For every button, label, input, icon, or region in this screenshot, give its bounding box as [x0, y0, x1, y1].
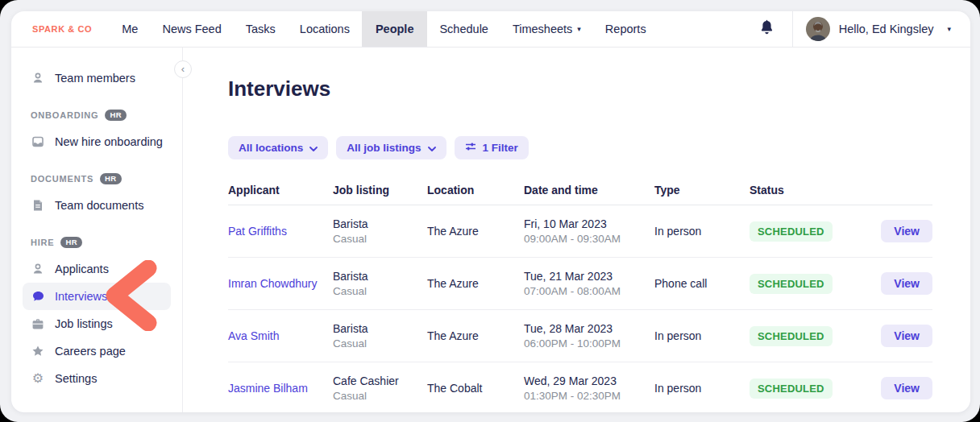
greeting-label: Hello, Ed Kingsley	[839, 23, 934, 35]
user-menu[interactable]: Hello, Ed Kingsley ▾	[793, 11, 970, 47]
view-button[interactable]: View	[881, 220, 932, 242]
applicant-link[interactable]: Ava Smith	[228, 329, 333, 342]
status-cell: SCHEDULED	[750, 221, 878, 242]
location-cell: The Azure	[427, 329, 524, 342]
applicant-link[interactable]: Jasmine Bilham	[228, 382, 333, 395]
sidebar-item-interviews[interactable]: Interviews	[23, 283, 171, 310]
nav-item-news-feed[interactable]: News Feed	[150, 11, 233, 47]
sidebar: ‹ Team members ONBOARDING HR New hire on…	[11, 48, 183, 412]
sidebar-item-applicants[interactable]: Applicants	[23, 255, 171, 283]
view-button[interactable]: View	[881, 377, 932, 399]
sidebar-item-label: Team members	[55, 72, 135, 85]
sidebar-item-label: Interviews	[55, 290, 107, 303]
table-row: Imran Chowdhury BaristaCasual The Azure …	[228, 258, 932, 310]
sidebar-item-label: Careers page	[55, 345, 126, 358]
type-cell: In person	[654, 329, 750, 342]
filter-count-button[interactable]: 1 Filter	[455, 136, 529, 159]
view-button[interactable]: View	[881, 272, 932, 295]
inbox-icon	[31, 135, 45, 148]
column-header-applicant: Applicant	[228, 184, 333, 197]
sidebar-section-hire: HIRE HR	[23, 234, 171, 250]
column-header-location: Location	[427, 184, 524, 197]
brand-logo[interactable]: SPARK & CO	[32, 24, 92, 34]
table-row: Jasmine Bilham Cafe CashierCasual The Co…	[228, 362, 932, 412]
sidebar-collapse-button[interactable]: ‹	[174, 60, 192, 78]
job-listing-cell: Cafe CashierCasual	[333, 374, 427, 402]
sliders-icon	[465, 142, 476, 154]
nav-item-tasks[interactable]: Tasks	[234, 11, 288, 47]
nav-item-reports[interactable]: Reports	[593, 11, 658, 47]
job-listing-cell: BaristaCasual	[333, 322, 427, 350]
sidebar-item-label: Settings	[55, 372, 97, 385]
sidebar-item-new-hire-onboarding[interactable]: New hire onboarding	[23, 128, 171, 155]
bell-icon	[759, 19, 774, 39]
location-cell: The Azure	[427, 225, 524, 238]
sidebar-item-label: Team documents	[55, 199, 143, 212]
notifications-button[interactable]	[741, 11, 792, 47]
chevron-down-icon	[428, 142, 436, 154]
applicant-link[interactable]: Imran Chowdhury	[228, 277, 333, 290]
status-badge: SCHEDULED	[750, 379, 833, 399]
type-cell: Phone call	[654, 277, 750, 290]
avatar	[806, 17, 830, 41]
filter-all-locations[interactable]: All locations	[228, 136, 328, 159]
sidebar-item-team-members[interactable]: Team members	[23, 64, 171, 92]
nav-item-timesheets[interactable]: Timesheets▾	[500, 11, 593, 47]
date-time-cell: Fri, 10 Mar 202309:00AM - 09:30AM	[524, 217, 654, 245]
nav-item-me[interactable]: Me	[110, 11, 150, 47]
job-listing-cell: BaristaCasual	[333, 217, 427, 245]
date-time-cell: Tue, 28 Mar 202306:00PM - 10:00PM	[524, 322, 654, 350]
status-badge: SCHEDULED	[750, 326, 833, 346]
column-header-date-time: Date and time	[524, 184, 654, 197]
status-cell: SCHEDULED	[750, 326, 878, 346]
topbar-right: Hello, Ed Kingsley ▾	[741, 11, 970, 47]
main-content: Interviews All locations All job listing…	[183, 48, 970, 412]
sidebar-item-job-listings[interactable]: Job listings	[23, 310, 171, 337]
person-icon	[31, 72, 45, 85]
filter-bar: All locations All job listings 1 Filter	[228, 136, 932, 159]
type-cell: In person	[654, 225, 750, 238]
type-cell: In person	[654, 382, 750, 395]
sidebar-item-label: New hire onboarding	[55, 135, 163, 148]
sidebar-section-onboarding: ONBOARDING HR	[23, 107, 171, 123]
hr-badge: HR	[105, 110, 127, 122]
page-title: Interviews	[228, 77, 932, 101]
chevron-left-icon: ‹	[181, 64, 185, 74]
interviews-table: Applicant Job listing Location Date and …	[228, 184, 932, 412]
status-cell: SCHEDULED	[750, 379, 878, 399]
nav-item-schedule[interactable]: Schedule	[427, 11, 500, 47]
app-window: SPARK & CO Me News Feed Tasks Locations …	[11, 11, 970, 412]
status-badge: SCHEDULED	[750, 274, 833, 294]
filter-all-job-listings[interactable]: All job listings	[336, 136, 446, 159]
nav-item-locations[interactable]: Locations	[288, 11, 362, 47]
hr-badge: HR	[100, 173, 122, 185]
page-background: SPARK & CO Me News Feed Tasks Locations …	[0, 0, 980, 422]
chevron-down-icon: ▾	[577, 26, 581, 33]
view-button[interactable]: View	[881, 325, 932, 347]
sidebar-item-team-documents[interactable]: Team documents	[23, 192, 171, 219]
applicant-link[interactable]: Pat Griffiths	[228, 225, 333, 238]
primary-nav: Me News Feed Tasks Locations People Sche…	[110, 11, 658, 47]
location-cell: The Azure	[427, 277, 524, 290]
document-icon	[31, 199, 45, 212]
gear-icon: ⚙	[31, 372, 45, 385]
sidebar-item-label: Applicants	[55, 263, 109, 275]
hr-badge: HR	[60, 237, 82, 249]
sidebar-section-documents: DOCUMENTS HR	[23, 171, 171, 187]
sidebar-item-label: Job listings	[55, 317, 113, 330]
column-header-job-listing: Job listing	[333, 184, 427, 197]
column-header-type: Type	[654, 184, 750, 197]
top-nav-bar: SPARK & CO Me News Feed Tasks Locations …	[11, 11, 970, 48]
status-badge: SCHEDULED	[750, 221, 833, 242]
sidebar-item-careers-page[interactable]: Careers page	[23, 337, 171, 365]
location-cell: The Cobalt	[427, 382, 524, 395]
chevron-down-icon: ▾	[947, 26, 951, 33]
nav-item-people[interactable]: People	[362, 11, 428, 47]
status-cell: SCHEDULED	[750, 274, 878, 294]
table-row: Ava Smith BaristaCasual The Azure Tue, 2…	[228, 310, 932, 362]
date-time-cell: Wed, 29 Mar 202301:30PM - 02:30PM	[524, 374, 654, 402]
job-listing-cell: BaristaCasual	[333, 270, 427, 297]
table-row: Pat Griffiths BaristaCasual The Azure Fr…	[228, 205, 932, 258]
sidebar-item-settings[interactable]: ⚙ Settings	[23, 365, 171, 392]
chevron-down-icon	[309, 142, 318, 154]
